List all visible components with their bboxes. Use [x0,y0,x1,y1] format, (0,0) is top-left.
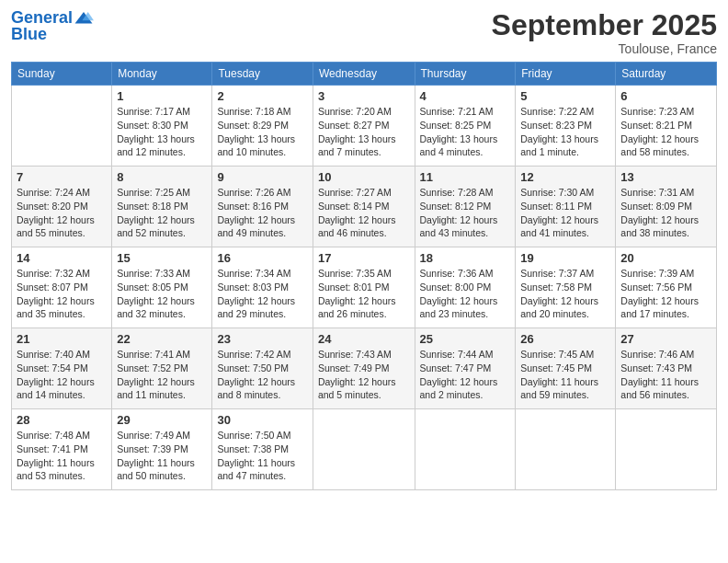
day-info: Sunrise: 7:23 AM Sunset: 8:21 PM Dayligh… [620,105,711,159]
day-info: Sunrise: 7:41 AM Sunset: 7:52 PM Dayligh… [117,348,207,402]
calendar-cell: 19Sunrise: 7:37 AM Sunset: 7:58 PM Dayli… [516,247,616,328]
calendar-cell: 23Sunrise: 7:42 AM Sunset: 7:50 PM Dayli… [212,328,313,409]
day-number: 15 [117,251,207,265]
location: Toulouse, France [492,41,717,56]
week-row-3: 14Sunrise: 7:32 AM Sunset: 8:07 PM Dayli… [12,247,717,328]
day-info: Sunrise: 7:28 AM Sunset: 8:12 PM Dayligh… [420,186,511,240]
day-info: Sunrise: 7:20 AM Sunset: 8:27 PM Dayligh… [318,105,410,159]
day-number: 19 [520,251,610,265]
day-number: 26 [520,332,610,346]
calendar-cell: 30Sunrise: 7:50 AM Sunset: 7:38 PM Dayli… [212,409,313,490]
day-number: 13 [620,170,711,184]
calendar-cell: 22Sunrise: 7:41 AM Sunset: 7:52 PM Dayli… [112,328,212,409]
day-info: Sunrise: 7:50 AM Sunset: 7:38 PM Dayligh… [217,429,307,483]
day-number: 30 [217,413,307,427]
day-number: 7 [17,170,107,184]
day-number: 21 [17,332,107,346]
day-header-tuesday: Tuesday [212,63,313,86]
day-number: 22 [117,332,207,346]
calendar-cell [313,409,415,490]
calendar-cell: 28Sunrise: 7:48 AM Sunset: 7:41 PM Dayli… [12,409,112,490]
day-info: Sunrise: 7:25 AM Sunset: 8:18 PM Dayligh… [117,186,207,240]
day-info: Sunrise: 7:30 AM Sunset: 8:11 PM Dayligh… [520,186,610,240]
day-info: Sunrise: 7:31 AM Sunset: 8:09 PM Dayligh… [620,186,711,240]
day-info: Sunrise: 7:32 AM Sunset: 8:07 PM Dayligh… [17,267,107,321]
day-number: 6 [620,89,711,103]
calendar-cell: 13Sunrise: 7:31 AM Sunset: 8:09 PM Dayli… [616,167,717,247]
day-number: 28 [17,413,107,427]
day-info: Sunrise: 7:17 AM Sunset: 8:30 PM Dayligh… [117,105,207,159]
calendar-cell: 12Sunrise: 7:30 AM Sunset: 8:11 PM Dayli… [516,167,616,247]
day-number: 29 [117,413,207,427]
calendar-cell: 26Sunrise: 7:45 AM Sunset: 7:45 PM Dayli… [516,328,616,409]
logo-icon [74,10,94,27]
calendar-cell: 25Sunrise: 7:44 AM Sunset: 7:47 PM Dayli… [415,328,516,409]
day-number: 4 [420,89,511,103]
page-container: General Blue September 2025 Toulouse, Fr… [0,0,728,498]
month-title: September 2025 [492,9,717,41]
logo-blue: Blue [11,26,94,44]
day-number: 25 [420,332,511,346]
day-number: 16 [217,251,307,265]
day-info: Sunrise: 7:35 AM Sunset: 8:01 PM Dayligh… [318,267,410,321]
week-row-2: 7Sunrise: 7:24 AM Sunset: 8:20 PM Daylig… [12,167,717,247]
calendar-cell: 18Sunrise: 7:36 AM Sunset: 8:00 PM Dayli… [415,247,516,328]
days-header-row: SundayMondayTuesdayWednesdayThursdayFrid… [12,63,717,86]
day-number: 24 [318,332,410,346]
day-number: 9 [217,170,307,184]
day-header-friday: Friday [516,63,616,86]
calendar-cell: 24Sunrise: 7:43 AM Sunset: 7:49 PM Dayli… [313,328,415,409]
calendar-cell: 17Sunrise: 7:35 AM Sunset: 8:01 PM Dayli… [313,247,415,328]
calendar-cell: 7Sunrise: 7:24 AM Sunset: 8:20 PM Daylig… [12,167,112,247]
day-number: 2 [217,89,307,103]
calendar-cell: 11Sunrise: 7:28 AM Sunset: 8:12 PM Dayli… [415,167,516,247]
day-number: 8 [117,170,207,184]
calendar-table: SundayMondayTuesdayWednesdayThursdayFrid… [11,62,717,490]
day-info: Sunrise: 7:33 AM Sunset: 8:05 PM Dayligh… [117,267,207,321]
day-info: Sunrise: 7:45 AM Sunset: 7:45 PM Dayligh… [520,348,610,402]
week-row-4: 21Sunrise: 7:40 AM Sunset: 7:54 PM Dayli… [12,328,717,409]
day-number: 23 [217,332,307,346]
day-number: 1 [117,89,207,103]
calendar-cell: 5Sunrise: 7:22 AM Sunset: 8:23 PM Daylig… [516,86,616,167]
calendar-cell: 27Sunrise: 7:46 AM Sunset: 7:43 PM Dayli… [616,328,717,409]
day-info: Sunrise: 7:43 AM Sunset: 7:49 PM Dayligh… [318,348,410,402]
calendar-cell: 16Sunrise: 7:34 AM Sunset: 8:03 PM Dayli… [212,247,313,328]
calendar-cell: 2Sunrise: 7:18 AM Sunset: 8:29 PM Daylig… [212,86,313,167]
calendar-cell [616,409,717,490]
day-info: Sunrise: 7:34 AM Sunset: 8:03 PM Dayligh… [217,267,307,321]
day-info: Sunrise: 7:40 AM Sunset: 7:54 PM Dayligh… [17,348,107,402]
calendar-cell [12,86,112,167]
day-number: 18 [420,251,511,265]
calendar-cell: 3Sunrise: 7:20 AM Sunset: 8:27 PM Daylig… [313,86,415,167]
calendar-cell: 4Sunrise: 7:21 AM Sunset: 8:25 PM Daylig… [415,86,516,167]
calendar-cell: 6Sunrise: 7:23 AM Sunset: 8:21 PM Daylig… [616,86,717,167]
week-row-1: 1Sunrise: 7:17 AM Sunset: 8:30 PM Daylig… [12,86,717,167]
calendar-cell: 20Sunrise: 7:39 AM Sunset: 7:56 PM Dayli… [616,247,717,328]
day-number: 14 [17,251,107,265]
day-info: Sunrise: 7:27 AM Sunset: 8:14 PM Dayligh… [318,186,410,240]
calendar-cell: 8Sunrise: 7:25 AM Sunset: 8:18 PM Daylig… [112,167,212,247]
day-info: Sunrise: 7:36 AM Sunset: 8:00 PM Dayligh… [420,267,511,321]
day-header-sunday: Sunday [12,63,112,86]
day-info: Sunrise: 7:21 AM Sunset: 8:25 PM Dayligh… [420,105,511,159]
day-info: Sunrise: 7:24 AM Sunset: 8:20 PM Dayligh… [17,186,107,240]
title-block: September 2025 Toulouse, France [492,9,717,56]
day-number: 10 [318,170,410,184]
calendar-cell: 21Sunrise: 7:40 AM Sunset: 7:54 PM Dayli… [12,328,112,409]
day-number: 12 [520,170,610,184]
calendar-cell: 1Sunrise: 7:17 AM Sunset: 8:30 PM Daylig… [112,86,212,167]
day-info: Sunrise: 7:42 AM Sunset: 7:50 PM Dayligh… [217,348,307,402]
day-info: Sunrise: 7:44 AM Sunset: 7:47 PM Dayligh… [420,348,511,402]
day-number: 5 [520,89,610,103]
week-row-5: 28Sunrise: 7:48 AM Sunset: 7:41 PM Dayli… [12,409,717,490]
calendar-cell: 29Sunrise: 7:49 AM Sunset: 7:39 PM Dayli… [112,409,212,490]
header: General Blue September 2025 Toulouse, Fr… [11,9,717,56]
day-number: 27 [620,332,711,346]
day-header-thursday: Thursday [415,63,516,86]
calendar-cell [516,409,616,490]
day-info: Sunrise: 7:26 AM Sunset: 8:16 PM Dayligh… [217,186,307,240]
day-number: 17 [318,251,410,265]
day-header-saturday: Saturday [616,63,717,86]
calendar-cell [415,409,516,490]
